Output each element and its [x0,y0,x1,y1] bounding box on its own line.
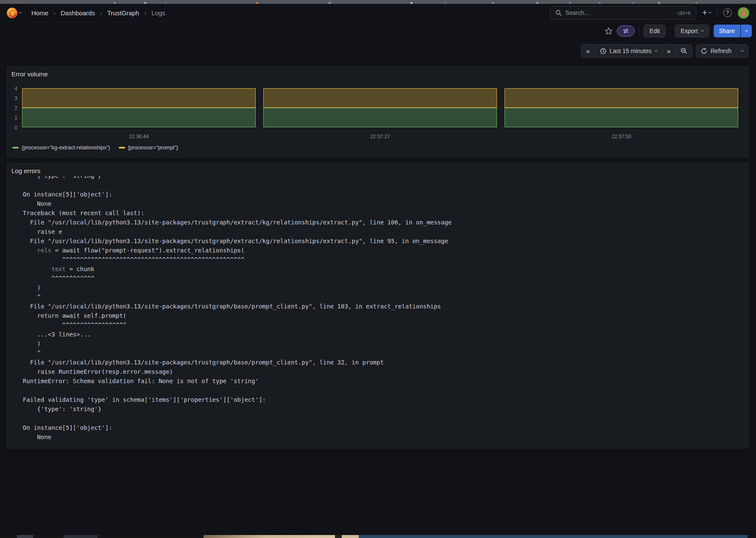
chevron-down-icon [745,29,748,32]
legend-item[interactable]: {processor="prompt"} [119,145,178,151]
log-line: raise RuntimeError(resp.error.message) [16,367,748,376]
extension-toggle-button[interactable] [617,25,635,36]
y-tick-label: 2 [14,105,17,111]
browser-bookmarks-sliver [0,0,756,4]
bar-segment [263,108,497,127]
y-tick-label: 4 [14,86,17,92]
search-shortcut-hint: ctrl+k [678,10,691,16]
log-line: Failed validating 'type' in schema['item… [16,395,748,404]
chart-legend: {processor="kg-extract-relationships"}{p… [12,145,178,151]
legend-series-label: {processor="kg-extract-relationships"} [22,145,110,151]
error-volume-plot [18,88,742,127]
legend-series-swatch [12,147,19,149]
dashboard-toolbar: Edit Export Share [605,24,752,38]
log-errors-panel-title[interactable]: Log errors [7,163,748,174]
bar-segment [505,108,738,127]
refresh-button-label: Refresh [711,48,731,54]
log-line: {'type': 'string'} [16,404,748,414]
export-button[interactable]: Export [675,25,709,37]
log-errors-panel: Log errors {'type': 'string'} On instanc… [7,163,748,448]
chevron-down-icon [709,11,711,14]
time-range-picker[interactable]: Last 15 minutes [595,45,662,57]
chevron-down-icon [701,29,704,32]
refresh-button[interactable]: Refresh [696,45,736,57]
swap-arrows-icon [622,28,630,34]
question-mark-icon: ? [726,10,729,16]
double-arrow-right-icon: » [667,48,671,55]
time-shift-back-button[interactable]: « [581,45,594,57]
log-line: On instance[5]['object']: [16,423,748,432]
y-axis: 01234 [11,88,17,127]
log-line: ^^^^^^^^^^^^^^^^^^^^^^^^^^^^^^^^^^^^^^^^… [16,255,748,264]
search-input[interactable] [565,9,674,16]
help-button[interactable]: ? [723,8,732,17]
breadcrumb-logs-current: Logs [151,9,165,17]
top-navbar: Home › Dashboards › TrustGraph › Logs ct… [0,4,756,22]
error-volume-panel-title[interactable]: Error volume [7,67,748,78]
breadcrumb-separator: › [53,9,56,17]
clock-icon [600,48,606,54]
log-lines: {'type': 'string'} On instance[5]['objec… [16,176,748,442]
breadcrumb-dashboards[interactable]: Dashboards [61,9,95,17]
log-line: On instance[5]['object']: [16,190,748,199]
log-line: Traceback (most recent call last): [16,208,748,218]
log-line: raise e [16,227,748,236]
legend-series-swatch [119,147,125,149]
export-button-label: Export [681,28,697,34]
grafana-logo-menu[interactable] [7,8,21,18]
log-scroll-area[interactable]: {'type': 'string'} On instance[5]['objec… [7,176,748,446]
x-tick-label: 22:37:50 [501,134,742,140]
log-line: RuntimeError: Schema validation fail: No… [16,376,748,386]
divider [639,27,639,35]
edit-button-label: Edit [650,28,660,34]
double-arrow-left-icon: « [586,48,590,55]
y-tick-label: 0 [14,125,17,131]
log-line [16,180,748,190]
time-controls: « Last 15 minutes » Refr [581,44,748,58]
log-line [16,386,748,395]
user-avatar[interactable] [738,7,749,19]
log-line: None [16,432,748,442]
breadcrumb-separator: › [100,9,102,17]
legend-item[interactable]: {processor="kg-extract-relationships"} [12,145,110,151]
log-line: ...<3 lines>... [16,330,748,339]
refresh-interval-dropdown[interactable] [736,45,748,57]
log-line: rels = await flow("prompt-request").extr… [16,246,748,255]
search-box[interactable]: ctrl+k [550,6,696,20]
chevron-down-icon [741,49,744,52]
log-line: return await self.prompt( [16,311,748,320]
breadcrumb-trustgraph[interactable]: TrustGraph [107,9,139,17]
x-tick-label: 22:37:27 [259,134,501,140]
divider [717,8,717,17]
breadcrumb-home[interactable]: Home [31,9,48,17]
time-range-label: Last 15 minutes [610,48,652,54]
y-tick-label: 1 [14,115,17,121]
search-icon [555,10,562,16]
log-line: text = chunk [16,264,748,274]
plus-icon: + [702,8,707,18]
log-line: {'type': 'string'} [16,176,748,180]
grafana-logo-icon [7,8,17,18]
y-tick-label: 3 [14,95,17,101]
time-shift-forward-button[interactable]: » [662,45,675,57]
x-axis-labels: 22:36:4422:37:2722:37:50 [18,134,742,140]
x-tick-label: 22:36:44 [18,134,259,140]
add-new-button[interactable]: + [702,8,711,18]
zoom-out-time-button[interactable] [675,45,692,57]
share-dropdown-button[interactable] [741,25,752,37]
bar-segment [505,88,738,108]
share-button[interactable]: Share [714,25,740,37]
error-volume-panel: Error volume 01234 22:36:4422:37:2722:37… [7,66,748,157]
edit-button[interactable]: Edit [644,25,666,37]
breadcrumb: Home › Dashboards › TrustGraph › Logs [31,9,165,17]
log-line: File "/usr/local/lib/python3.13/site-pac… [16,302,748,311]
magnifier-minus-icon [681,48,687,54]
bar-segment [22,88,256,108]
breadcrumb-separator: › [144,9,146,17]
log-line: ) [16,283,748,292]
favorite-star-button[interactable] [605,27,613,35]
log-line [16,414,748,423]
log-line: ^ [16,348,748,358]
log-line: ^^^^^^^^^^^^ [16,274,748,283]
desktop-wallpaper-sliver [0,535,756,538]
